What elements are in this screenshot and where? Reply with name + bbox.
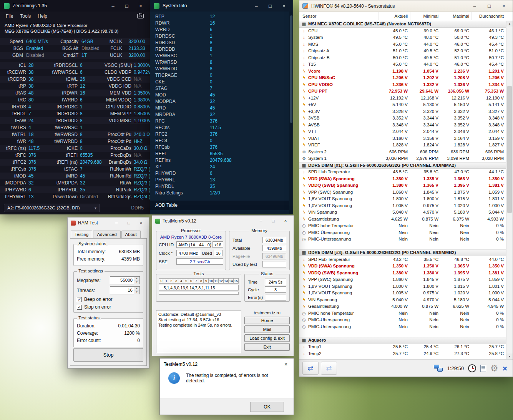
tab[interactable]: Testing (71, 231, 92, 238)
menu-item[interactable]: File (2, 13, 17, 20)
sensor-row[interactable]: ϟ +12V 12.192 V 12.168 V 12.216 V 12.190… (299, 95, 506, 102)
maximize-icon[interactable]: □ (483, 3, 495, 9)
sensor-row[interactable]: ◷ PMIC-Unterspannung Nein Nein Nein 0 % (299, 236, 506, 243)
sensor-row[interactable]: ↓ CPU 45.0 °C 39.0 °C 69.0 °C 46.1 °C (299, 28, 506, 35)
sensor-row[interactable]: ϟ CPU NB/SoC 1.206 V 1.202 V 1.208 V 1.2… (299, 75, 506, 81)
sensor-row[interactable]: ◷ PMIC-Unterspannung Nein Nein Nein 0 % (299, 324, 506, 330)
sensor-row[interactable]: ϟ VIN Spannung 5.040 V 4.970 V 5.180 V 5… (299, 209, 506, 216)
close-icon[interactable]: × (278, 361, 294, 367)
testmem5-titlebar[interactable]: TestMem5 v0.12 – □ × (152, 216, 294, 226)
minimize-icon[interactable]: – (256, 218, 266, 224)
sensor-row[interactable]: ϟ 1,0V VOUT Spannung 1.005 V 0.975 V 1.0… (299, 290, 506, 297)
checkbox-check-icon[interactable]: ✓ (77, 305, 82, 310)
maximize-icon[interactable]: □ (121, 3, 132, 9)
sensor-row[interactable]: ⊛ System 2 606 RPM 606 RPM 636 RPM 606 R… (299, 149, 506, 156)
close-icon[interactable]: × (279, 3, 289, 9)
zentimings-titlebar[interactable]: ZenTimings 1.35 – □ × (0, 0, 150, 12)
tab[interactable]: About (121, 231, 141, 238)
sensor-row[interactable]: ϟ 3VSB 3.352 V 3.344 V 3.352 V 3.348 V (299, 115, 506, 122)
dialog-titlebar[interactable]: TestMem5 v0.12 × (160, 359, 294, 370)
stop-button[interactable]: Stop (73, 348, 143, 362)
column-header-minimum[interactable]: Minimal (410, 12, 441, 20)
spin-up-icon[interactable]: ▲ (134, 287, 139, 291)
stepper-buttons[interactable]: ▲▼ (134, 277, 139, 284)
minimize-icon[interactable]: – (251, 3, 262, 9)
sensor-row[interactable]: ↓ Temp2 25.7 °C 24.9 °C 27.3 °C 25.8 °C (299, 350, 506, 357)
sensor-row[interactable]: ϟ VTT 2.044 V 2.044 V 2.046 V 2.044 V (299, 128, 506, 135)
action-button[interactable]: Exit (244, 343, 290, 351)
scrollbar-thumb[interactable] (507, 86, 512, 213)
threads-stepper[interactable]: 16 ▲▼ (110, 286, 140, 294)
sensor-row[interactable]: ↓ Temp1 25.5 °C 25.4 °C 26.1 °C 25.7 °C (299, 344, 506, 350)
scrollbar[interactable]: ▲ ▼ (506, 21, 513, 359)
close-sensors-icon[interactable]: × (503, 364, 507, 372)
column-header-sensor[interactable]: Sensor (299, 12, 379, 20)
sensor-row[interactable]: ϟ VDDQ (SWB) Spannung 1.380 V 1.365 V 1.… (299, 182, 506, 189)
ramtest-titlebar[interactable]: RAM Test – □ × (68, 217, 149, 228)
sensor-row[interactable]: ▦ DDR5 DIMM [#1]: G.Skill F5-6000J2636G3… (299, 162, 506, 169)
close-icon[interactable]: × (281, 218, 291, 224)
menu-item[interactable]: Help (34, 13, 51, 20)
screenshot-camera-icon[interactable] (137, 14, 144, 18)
system-info-titlebar[interactable]: System Info – □ × (150, 0, 293, 12)
checkbox[interactable]: ✓ Beep on error (77, 297, 140, 302)
scroll-down-icon[interactable]: ▼ (506, 354, 513, 359)
action-button[interactable]: Mail (244, 325, 290, 333)
sensor-row[interactable]: ϟ VPP (SWC) Spannung 1.860 V 1.845 V 1.8… (299, 276, 506, 283)
checkbox-check-icon[interactable]: ✓ (77, 297, 82, 302)
sensor-row[interactable]: ◷ PMIC hohe Temperatur Nein Nein Nein 0 … (299, 222, 506, 229)
spin-up-icon[interactable]: ▲ (134, 277, 139, 281)
scrollbar-thumb[interactable] (290, 15, 292, 123)
sensor-row[interactable]: ϟ VDDQ (SWB) Spannung 1.380 V 1.380 V 1.… (299, 270, 506, 277)
sensor-row[interactable]: ↓ Chipsatz B 50.0 °C 49.5 °C 51.0 °C 50.… (299, 55, 506, 61)
sensor-row[interactable]: ↓ T15 45.0 °C 44.0 °C 46.0 °C 45.4 °C (299, 61, 506, 68)
settings-gear-icon[interactable]: ⚙ (490, 364, 498, 373)
hwinfo-titlebar[interactable]: HWiNFO® 64 v8.20-5640 - Sensorstatus – □… (299, 0, 513, 12)
sensor-row[interactable]: ϟ Gesamtleistung 4.625 W 0.875 W 6.375 W… (299, 216, 506, 223)
maximize-icon[interactable]: □ (268, 218, 278, 224)
sensor-row[interactable]: ⊛ System 1 3,036 RPM 2,976 RPM 3,099 RPM… (299, 155, 506, 162)
sensor-row[interactable]: ◷ PMIC-Überspannung Nein Nein Nein 0 % (299, 229, 506, 236)
website-link[interactable]: testmem.tz.ru (244, 310, 290, 315)
sensor-row[interactable]: ↓ SPD Hub Temperatur 43.2 °C 35.5 °C 46.… (299, 256, 506, 263)
minimize-icon[interactable]: – (111, 220, 121, 226)
action-button[interactable]: Load config & exit (244, 334, 290, 342)
sensor-row[interactable]: ϟ 1,8V VOUT Spannung 1.800 V 1.800 V 1.8… (299, 196, 506, 203)
close-icon[interactable]: × (136, 220, 146, 226)
sensor-row[interactable]: ϟ 1,8V VOUT Spannung 1.800 V 1.800 V 1.8… (299, 283, 506, 290)
megabytes-stepper[interactable]: 55000 ▲▼ (110, 276, 140, 284)
ok-button[interactable]: OK (250, 402, 284, 412)
dimm-select[interactable]: A2: F5-6000J2636G32G (32GB, DR) ▾ (4, 204, 100, 212)
swap-columns-button[interactable]: ⇄ (302, 362, 319, 375)
sensor-row[interactable]: ↓ MOS 45.0 °C 44.0 °C 46.0 °C 45.4 °C (299, 41, 506, 48)
sensor-row[interactable]: ↓ Chipsatz A 51.0 °C 49.5 °C 52.0 °C 51.… (299, 48, 506, 55)
sensor-row[interactable]: ϟ 1,0V VOUT Spannung 1.005 V 0.975 V 1.0… (299, 203, 506, 209)
sensor-row[interactable] (299, 330, 506, 337)
sensor-row[interactable]: ϟ +3,3V 3.328 V 3.320 V 3.332 V 3.327 V (299, 108, 506, 115)
sensor-row[interactable]: ϟ VDD (SWA) Spannung 1.350 V 1.335 V 1.3… (299, 176, 506, 183)
log-box[interactable]: Customize: Default @1usmus_v3Start testi… (156, 310, 241, 353)
sensor-row[interactable]: ↓ SPD Hub Temperatur 43.5 °C 35.8 °C 47.… (299, 169, 506, 176)
column-header-current[interactable]: Aktuell (379, 12, 410, 20)
sensor-row[interactable]: ϟ Vcore 1.198 V 1.054 V 1.236 V 1.201 V (299, 68, 506, 75)
sensor-row[interactable]: ϟ VREF 1.828 V 1.824 V 1.828 V 1.827 V (299, 142, 506, 149)
swap-rows-button[interactable]: ⇄ (321, 362, 337, 375)
megabytes-value[interactable]: 55000 (110, 277, 134, 284)
sensor-row[interactable]: ϟ VBAT 3.160 V 3.156 V 3.164 V 3.159 V (299, 135, 506, 142)
sensor-row[interactable]: ϟ Gesamtleistung 4.000 W 0.875 W 6.625 W… (299, 303, 506, 310)
sensor-row[interactable] (299, 243, 506, 250)
sensor-row[interactable]: ▦ Aquaero (299, 337, 506, 344)
sensor-row[interactable]: ▦ DDR5 DIMM [#3]: G.Skill F5-6000J2636G3… (299, 249, 506, 256)
sensor-row[interactable]: ◷ PMIC-Überspannung Nein Nein Nein 0 % (299, 317, 506, 324)
checkbox[interactable]: ✓ Stop on error (77, 304, 140, 310)
menu-item[interactable]: Tools (17, 13, 34, 20)
clock-icon[interactable] (468, 364, 476, 372)
sensor-row[interactable]: ϟ AVSB 3.348 V 3.344 V 3.352 V 3.348 V (299, 122, 506, 129)
sensor-row[interactable]: ϟ CPU VDDIO 1.336 V 1.332 V 1.336 V 1.33… (299, 81, 506, 88)
action-button[interactable]: Home (244, 317, 290, 324)
sensor-row[interactable]: ↓ System 49.5 °C 48.0 °C 50.0 °C 49.3 °C (299, 34, 506, 41)
sensor-row[interactable]: ◷ PMIC hohe Temperatur Nein Nein Nein 0 … (299, 310, 506, 317)
sensor-row[interactable]: ϟ VPP (SWC) Spannung 1.860 V 1.845 V 1.8… (299, 189, 506, 196)
column-header-maximum[interactable]: Maximal (441, 12, 471, 20)
spin-down-icon[interactable]: ▼ (134, 281, 139, 284)
